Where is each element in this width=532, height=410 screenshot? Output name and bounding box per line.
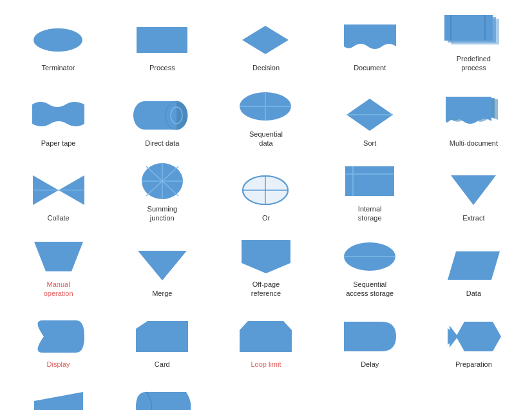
cell-empty-1 bbox=[214, 378, 318, 410]
label-summing-junction: Summingjunction bbox=[147, 204, 177, 223]
process-shape bbox=[135, 24, 189, 55]
internal-storage-shape bbox=[344, 165, 395, 197]
svg-marker-36 bbox=[34, 242, 83, 271]
svg-marker-38 bbox=[242, 240, 290, 273]
label-data: Data bbox=[466, 289, 481, 298]
label-decision: Decision bbox=[252, 63, 280, 72]
card-shape bbox=[135, 320, 189, 353]
collate-shape bbox=[33, 174, 84, 206]
cell-process: Process bbox=[110, 6, 214, 75]
cell-predefined-process: Predefinedprocess bbox=[422, 6, 526, 75]
svg-marker-37 bbox=[138, 251, 187, 280]
decision-shape bbox=[242, 24, 290, 55]
label-merge: Merge bbox=[152, 289, 172, 298]
cell-collate: Collate bbox=[6, 157, 110, 226]
cell-manual-operation: Manualoperation bbox=[6, 232, 110, 301]
label-sequential-data: Sequentialdata bbox=[249, 130, 283, 148]
cell-extract: Extract bbox=[422, 157, 526, 226]
cell-terminator: Terminator bbox=[6, 6, 110, 75]
label-multi-document: Multi-document bbox=[450, 139, 498, 148]
sequential-data-shape bbox=[238, 90, 293, 122]
paper-tape-shape bbox=[31, 99, 86, 132]
terminator-shape bbox=[31, 26, 86, 54]
label-extract: Extract bbox=[462, 213, 484, 222]
cell-merge: Merge bbox=[110, 232, 214, 301]
label-off-page-reference: Off-pagereference bbox=[251, 280, 281, 298]
cell-delay: Delay bbox=[318, 307, 422, 371]
stored-data-shape bbox=[135, 391, 189, 410]
svg-point-0 bbox=[33, 28, 82, 52]
manual-operation-shape bbox=[33, 240, 84, 273]
cell-internal-storage: Internalstorage bbox=[318, 157, 422, 226]
cell-multi-document: Multi-document bbox=[422, 82, 526, 151]
cell-empty-2 bbox=[318, 378, 422, 410]
cell-loop-limit: Loop limit bbox=[214, 307, 318, 371]
label-loop-limit: Loop limit bbox=[251, 360, 281, 369]
label-internal-storage: Internalstorage bbox=[358, 204, 382, 223]
label-collate: Collate bbox=[47, 213, 69, 222]
shapes-grid: Terminator Process Decision Document bbox=[6, 6, 526, 410]
cell-or: Or bbox=[214, 157, 318, 226]
cell-card: Card bbox=[110, 307, 214, 371]
cell-sequential-access-storage: Sequentialaccess storage bbox=[318, 232, 422, 301]
document-shape bbox=[343, 23, 397, 57]
label-sort: Sort bbox=[363, 139, 376, 148]
sequential-access-storage-shape bbox=[343, 240, 397, 273]
label-document: Document bbox=[354, 63, 386, 72]
label-manual-operation: Manualoperation bbox=[44, 280, 73, 298]
cell-empty-3 bbox=[422, 378, 526, 410]
label-predefined-process: Predefinedprocess bbox=[457, 54, 491, 73]
cell-document: Document bbox=[318, 6, 422, 75]
summing-junction-shape bbox=[140, 162, 185, 200]
svg-rect-1 bbox=[137, 27, 187, 53]
extract-shape bbox=[448, 174, 499, 206]
cell-manual-input: Manual input bbox=[6, 378, 110, 410]
off-page-reference-shape bbox=[240, 239, 292, 274]
or-shape bbox=[242, 174, 290, 206]
label-preparation: Preparation bbox=[455, 360, 492, 369]
cell-paper-tape: Paper tape bbox=[6, 82, 110, 151]
svg-marker-43 bbox=[450, 322, 499, 351]
label-paper-tape: Paper tape bbox=[41, 139, 76, 148]
svg-marker-44 bbox=[34, 392, 83, 410]
cell-data: Data bbox=[422, 232, 526, 301]
cell-sequential-data: Sequentialdata bbox=[214, 82, 318, 151]
cell-sort: Sort bbox=[318, 82, 422, 151]
svg-marker-41 bbox=[448, 251, 500, 280]
label-or: Or bbox=[262, 213, 270, 222]
cell-direct-data: Direct data bbox=[110, 82, 214, 151]
label-process: Process bbox=[149, 63, 175, 72]
label-display: Display bbox=[47, 360, 70, 369]
label-direct-data: Direct data bbox=[145, 139, 179, 148]
label-terminator: Terminator bbox=[42, 63, 75, 72]
display-shape bbox=[31, 320, 86, 353]
cell-display: Display bbox=[6, 307, 110, 371]
data-shape bbox=[446, 250, 501, 281]
svg-marker-35 bbox=[451, 175, 496, 205]
label-card: Card bbox=[155, 360, 170, 369]
cell-decision: Decision bbox=[214, 6, 318, 75]
svg-marker-2 bbox=[242, 26, 289, 54]
loop-limit-shape bbox=[238, 320, 293, 353]
predefined-process-shape bbox=[443, 15, 504, 47]
sort-shape bbox=[346, 97, 394, 133]
label-delay: Delay bbox=[361, 360, 379, 369]
cell-off-page-reference: Off-pagereference bbox=[214, 232, 318, 301]
direct-data-shape bbox=[135, 99, 189, 132]
cell-preparation: Preparation bbox=[422, 307, 526, 371]
manual-input-shape bbox=[33, 391, 84, 410]
delay-shape bbox=[343, 320, 397, 353]
merge-shape bbox=[137, 249, 188, 282]
multi-document-shape bbox=[444, 97, 502, 134]
cell-summing-junction: Summingjunction bbox=[110, 157, 214, 226]
cell-stored-data: Stored data bbox=[110, 378, 214, 410]
label-sequential-access-storage: Sequentialaccess storage bbox=[346, 280, 394, 298]
preparation-shape bbox=[446, 320, 501, 353]
svg-point-10 bbox=[133, 101, 155, 130]
